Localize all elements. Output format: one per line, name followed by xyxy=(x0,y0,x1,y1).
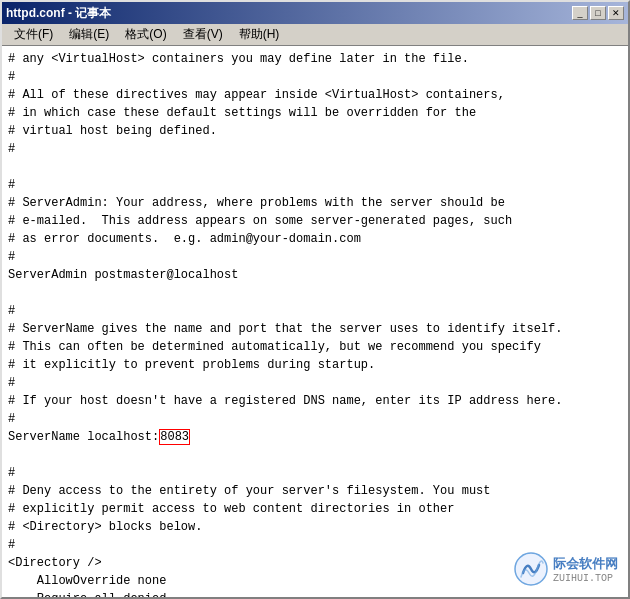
title-bar: httpd.conf - 记事本 _ □ ✕ xyxy=(2,2,628,24)
menu-format[interactable]: 格式(O) xyxy=(117,24,174,45)
watermark: 际会软件网 ZUIHUI.TOP xyxy=(513,551,618,587)
window-title: httpd.conf - 记事本 xyxy=(6,5,111,22)
watermark-logo-icon xyxy=(513,551,549,587)
window-controls: _ □ ✕ xyxy=(572,6,624,20)
code-content: # any <VirtualHost> containers you may d… xyxy=(8,50,622,597)
minimize-button[interactable]: _ xyxy=(572,6,588,20)
port-highlight: 8083 xyxy=(159,429,190,445)
menu-help[interactable]: 帮助(H) xyxy=(231,24,288,45)
close-button[interactable]: ✕ xyxy=(608,6,624,20)
text-editor-area[interactable]: # any <VirtualHost> containers you may d… xyxy=(2,46,628,597)
main-window: httpd.conf - 记事本 _ □ ✕ 文件(F) 编辑(E) 格式(O)… xyxy=(0,0,630,599)
menu-file[interactable]: 文件(F) xyxy=(6,24,61,45)
menu-edit[interactable]: 编辑(E) xyxy=(61,24,117,45)
watermark-label: 际会软件网 xyxy=(553,555,618,573)
watermark-sublabel: ZUIHUI.TOP xyxy=(553,573,618,584)
watermark-text-block: 际会软件网 ZUIHUI.TOP xyxy=(553,555,618,584)
maximize-button[interactable]: □ xyxy=(590,6,606,20)
menu-view[interactable]: 查看(V) xyxy=(175,24,231,45)
menu-bar: 文件(F) 编辑(E) 格式(O) 查看(V) 帮助(H) xyxy=(2,24,628,46)
